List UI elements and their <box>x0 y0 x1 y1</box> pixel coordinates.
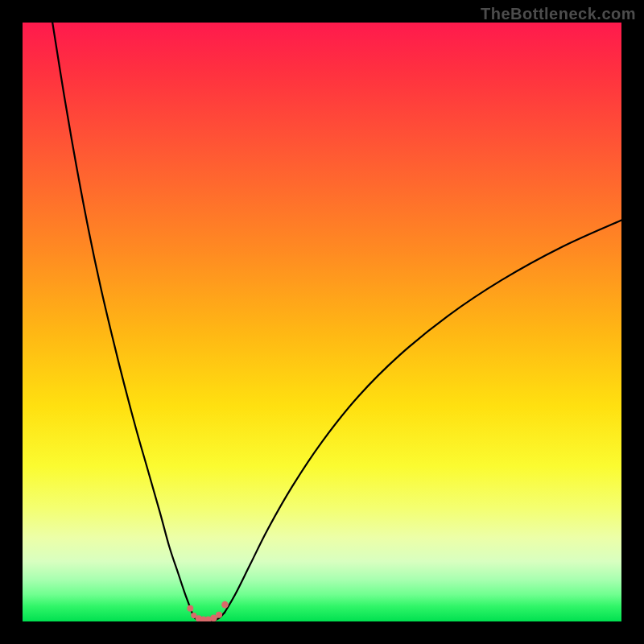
valley-marker-group <box>187 601 228 621</box>
bottleneck-curve <box>52 23 621 621</box>
plot-area <box>23 23 621 621</box>
valley-marker <box>216 612 222 618</box>
watermark-text: TheBottleneck.com <box>481 5 636 23</box>
valley-marker <box>221 601 229 609</box>
curves-layer <box>23 23 621 621</box>
valley-marker <box>187 605 193 612</box>
chart-frame: TheBottleneck.com <box>0 0 644 644</box>
